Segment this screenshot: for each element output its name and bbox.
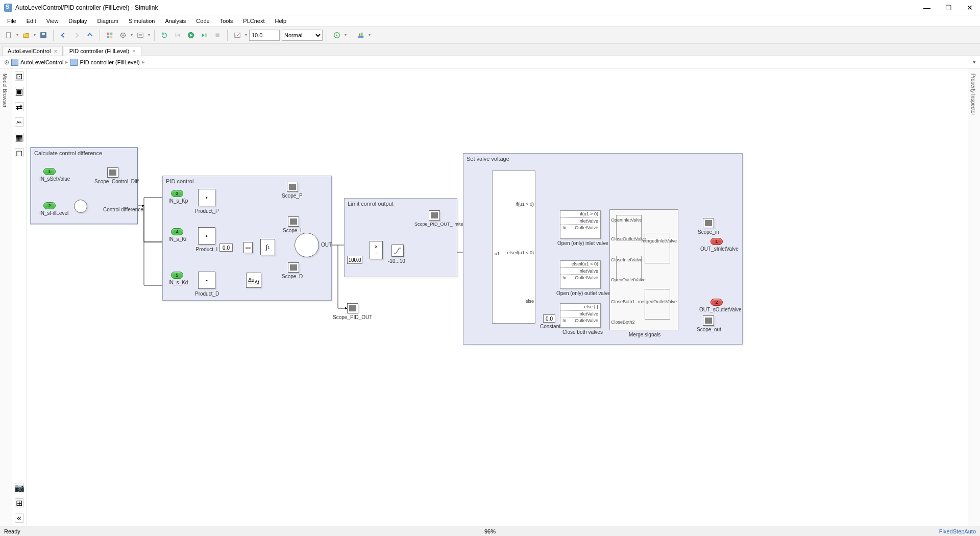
library-icon[interactable] <box>104 30 115 41</box>
inport-5[interactable]: 5 <box>171 272 183 279</box>
scope-d[interactable] <box>288 262 299 273</box>
toolbar: ▾ ▾ ▾ ▾ ▾ Normal ▾ ▾ <box>0 27 980 44</box>
product-i-label: Product_I <box>195 247 218 252</box>
product-i[interactable]: • <box>198 227 215 245</box>
menu-help[interactable]: Help <box>270 18 292 24</box>
merge-block[interactable]: OpenInletValve CloseOutletValve CloseInl… <box>609 209 678 330</box>
explorer-toggle-icon[interactable]: ⊛ <box>4 59 9 66</box>
crumb-sep-0: ▸ <box>65 59 68 65</box>
menu-analysis[interactable]: Analysis <box>160 18 191 24</box>
sim-mode-select[interactable]: Normal <box>282 30 323 41</box>
status-solver[interactable]: FixedStepAuto <box>939 528 976 534</box>
ic-block[interactable]: 0.0 <box>219 243 233 252</box>
if-block[interactable]: u1 if(u1 > 0) elseif(u1 < 0) else <box>492 170 535 324</box>
annotation-icon[interactable]: A≡ <box>15 117 24 127</box>
step-forward-icon[interactable] <box>199 30 210 41</box>
sum-pid[interactable] <box>295 233 319 257</box>
open-icon[interactable] <box>20 30 32 41</box>
inport-1-label: IN_sSetValue <box>39 176 70 182</box>
scope-p[interactable] <box>287 182 298 192</box>
scope-pid-out-label: Scope_PID_OUT <box>333 314 372 320</box>
inport-1[interactable]: 1 <box>43 168 56 175</box>
stop-time-input[interactable] <box>249 30 280 41</box>
maximize-button[interactable]: ☐ <box>942 4 954 12</box>
integrator-block[interactable]: ∫1 <box>260 239 275 255</box>
menu-tools[interactable]: Tools <box>215 18 238 24</box>
inport-4-label: IN_s_Ki <box>168 236 186 242</box>
outport-2[interactable]: 2 <box>710 299 723 306</box>
config-icon[interactable] <box>117 30 129 41</box>
inport-3[interactable]: 3 <box>171 190 183 197</box>
menu-simulation[interactable]: Simulation <box>124 18 160 24</box>
canvas[interactable]: Calculate control difference 1 IN_sSetVa… <box>27 68 968 526</box>
new-icon[interactable] <box>3 30 14 41</box>
forward-icon[interactable] <box>71 30 82 41</box>
menu-display[interactable]: Display <box>63 18 92 24</box>
data-inspector-icon[interactable] <box>232 30 243 41</box>
fastrestart-icon[interactable] <box>331 30 342 41</box>
action-close-both[interactable]: else { } InletValve InOutletValve <box>560 303 601 328</box>
up-icon[interactable] <box>84 30 95 41</box>
scope-i[interactable] <box>288 216 299 227</box>
compare-block[interactable]: == <box>243 242 253 253</box>
saturation-block[interactable] <box>391 245 404 257</box>
menu-edit[interactable]: Edit <box>21 18 41 24</box>
scope-in[interactable] <box>703 218 714 228</box>
screenshot-icon[interactable]: 📷 <box>15 483 24 492</box>
product-p[interactable]: • <box>198 189 215 206</box>
model-browser-strip[interactable]: Model Browser <box>0 68 12 526</box>
back-icon[interactable] <box>58 30 69 41</box>
action-open-outlet[interactable]: elseif(u1 < 0) InletValve InOutletValve <box>560 260 601 289</box>
step-back-icon[interactable] <box>172 30 183 41</box>
zoom-fit-icon[interactable]: ⊡ <box>15 71 24 81</box>
menu-file[interactable]: File <box>2 18 21 24</box>
if-u1-label: u1 <box>495 251 500 256</box>
derivative-block[interactable]: ΔuΔt <box>246 273 261 288</box>
subsystem-limit[interactable]: Limit conrol output <box>344 198 457 277</box>
inport-3-label: IN_s_Kp <box>168 198 188 204</box>
menu-plcnext[interactable]: PLCnext <box>238 18 270 24</box>
build-icon[interactable] <box>355 30 366 41</box>
tab-autolevelcontrol[interactable]: AutoLevelControl× <box>2 46 63 56</box>
crumb-pid[interactable]: PID controller (FillLevel) <box>70 59 139 66</box>
outport-1[interactable]: 1 <box>710 238 723 245</box>
image-icon[interactable]: ▦ <box>15 133 24 142</box>
collapse-icon[interactable]: « <box>15 514 24 523</box>
area-icon[interactable]: ◻ <box>15 148 24 157</box>
menu-code[interactable]: Code <box>191 18 214 24</box>
constant-zero[interactable]: 0.0 <box>543 314 555 323</box>
limit-const[interactable]: 100.0 <box>347 256 362 264</box>
update-icon[interactable] <box>159 30 170 41</box>
status-bar: Ready 96% FixedStepAuto <box>0 526 980 536</box>
scope-out[interactable] <box>703 315 714 326</box>
tab-pid-controller[interactable]: PID controller (FillLevel)× <box>64 46 141 56</box>
product-d[interactable]: • <box>198 272 215 289</box>
action-open-inlet[interactable]: if(u1 > 0) InletValve InOutletValve <box>560 210 601 239</box>
close-button[interactable]: ✕ <box>964 4 976 12</box>
scope-control-diff[interactable] <box>107 167 118 178</box>
sum-block[interactable] <box>74 200 87 213</box>
scope-pid-limited[interactable] <box>429 210 440 221</box>
fit-to-view-icon[interactable]: ▣ <box>15 87 24 96</box>
svg-rect-5 <box>107 35 109 37</box>
save-icon[interactable] <box>38 30 49 41</box>
menu-diagram[interactable]: Diagram <box>92 18 124 24</box>
crumb-root[interactable]: AutoLevelControl <box>11 59 63 66</box>
divide-block[interactable]: ×÷ <box>370 241 383 259</box>
arrow-icon[interactable]: ⇄ <box>15 102 24 111</box>
crumb-dropdown-icon[interactable]: ▾ <box>973 59 976 65</box>
minimize-button[interactable]: — <box>921 4 933 12</box>
property-inspector-strip[interactable]: Property Inspector <box>968 68 980 526</box>
inport-2[interactable]: 2 <box>43 202 56 209</box>
tab-close-1[interactable]: × <box>132 48 135 54</box>
svg-rect-12 <box>176 33 177 37</box>
stop-icon[interactable] <box>212 30 223 41</box>
log-icon[interactable] <box>135 30 146 41</box>
scope-pid-out[interactable] <box>347 303 358 313</box>
inport-4[interactable]: 4 <box>171 228 183 235</box>
action-open-inlet-label: Open (only) inlet valve <box>557 240 608 246</box>
run-icon[interactable] <box>185 30 197 41</box>
menu-view[interactable]: View <box>41 18 64 24</box>
tab-close-0[interactable]: × <box>54 48 57 54</box>
record-icon[interactable]: ⊞ <box>15 498 24 507</box>
